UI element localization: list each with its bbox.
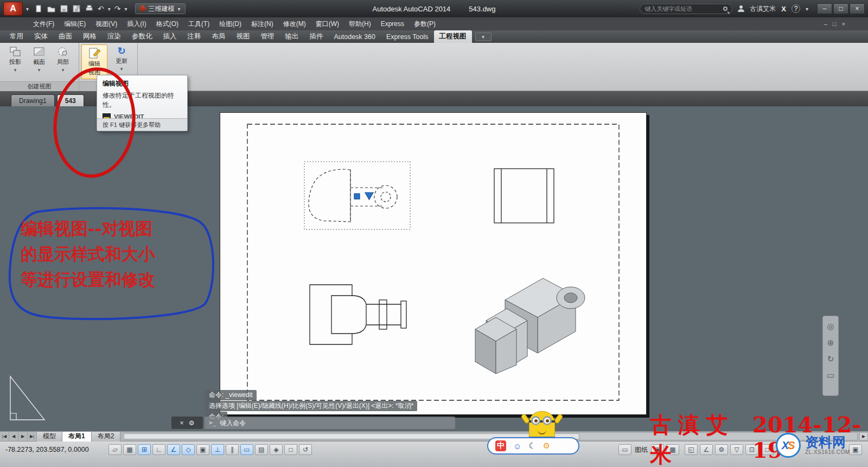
ribbon-tab-insert[interactable]: 插入 — [158, 30, 182, 43]
ribbon-tab-mesh[interactable]: 网格 — [78, 30, 102, 43]
maximize-button[interactable]: □ — [833, 3, 848, 14]
lineweight-toggle[interactable]: ▤ — [255, 444, 268, 455]
zoom-extents-icon[interactable]: ▭ — [827, 370, 834, 380]
signin-username[interactable]: 古滇艾米 — [750, 4, 776, 14]
ribbon-tab-plugins[interactable]: 插件 — [304, 30, 329, 43]
exchange-apps-icon[interactable]: X — [781, 5, 786, 13]
doc-minimize-button[interactable]: – — [824, 21, 827, 27]
ribbon-tab-solid[interactable]: 实体 — [29, 30, 53, 43]
selection-cycling-toggle[interactable]: ↺ — [299, 444, 312, 455]
menu-item-draw[interactable]: 绘图(D) — [214, 17, 246, 30]
ribbon-tab-autodesk360[interactable]: Autodesk 360 — [329, 30, 381, 43]
ribbon-tab-render[interactable]: 渲染 — [102, 30, 126, 43]
doc-tab-drawing1[interactable]: Drawing1 — [11, 94, 55, 106]
tab-layout1[interactable]: 布局1 — [62, 432, 92, 442]
snap-tracking-toggle[interactable]: ⊥ — [211, 444, 224, 455]
undo-dropdown-icon[interactable]: ▾ — [108, 6, 111, 12]
tab-next-arrow[interactable]: ▶ — [18, 432, 28, 442]
pan-icon[interactable]: ⊕ — [827, 338, 834, 348]
ribbon-tab-parametric[interactable]: 参数化 — [126, 30, 158, 43]
command-customize-icon[interactable]: ⚙ — [189, 419, 195, 427]
search-input[interactable] — [644, 5, 720, 12]
redo-dropdown-icon[interactable]: ▾ — [125, 6, 127, 12]
paper-space-label[interactable]: 图纸 — [634, 445, 649, 455]
ribbon-tab-home[interactable]: 常用 — [4, 30, 29, 43]
close-button[interactable]: × — [850, 3, 865, 14]
menu-item-format[interactable]: 格式(O) — [151, 17, 183, 30]
layout-paper[interactable] — [220, 112, 647, 415]
ime-chinese-mode-icon[interactable]: 中 — [495, 440, 506, 451]
orbit-icon[interactable]: ↻ — [827, 354, 834, 364]
ribbon-tab-surface[interactable]: 曲面 — [53, 30, 78, 43]
menu-item-edit[interactable]: 编辑(E) — [59, 17, 91, 30]
menu-item-window[interactable]: 窗口(W) — [311, 17, 344, 30]
ribbon-tab-output[interactable]: 输出 — [280, 30, 304, 43]
paper-space-icon[interactable]: ▭ — [618, 444, 631, 455]
ribbon-minimize-button[interactable]: ▾ — [475, 33, 492, 41]
doc-close-button[interactable]: × — [842, 21, 845, 27]
menu-item-tools[interactable]: 工具(T) — [183, 17, 214, 30]
tab-model[interactable]: 模型 — [37, 432, 62, 442]
search-box[interactable] — [640, 4, 732, 14]
help-icon[interactable]: ? — [792, 4, 800, 13]
polar-tracking-toggle[interactable]: ∠ — [167, 444, 180, 455]
front-view[interactable] — [310, 285, 406, 344]
save-icon[interactable] — [60, 4, 68, 13]
quick-properties-toggle[interactable]: □ — [284, 444, 297, 455]
3d-object-snap-toggle[interactable]: ▣ — [196, 444, 209, 455]
new-file-icon[interactable] — [34, 4, 43, 13]
open-folder-icon[interactable] — [47, 4, 56, 13]
plot-icon[interactable] — [85, 4, 94, 13]
transparency-toggle[interactable]: ◈ — [270, 444, 283, 455]
save-as-icon[interactable] — [72, 4, 81, 13]
command-input[interactable] — [220, 419, 451, 427]
steering-wheel-icon[interactable]: ◎ — [827, 322, 834, 331]
tab-first-arrow[interactable]: |◀ — [0, 432, 9, 442]
doc-tab-543[interactable]: 543 — [57, 94, 84, 106]
snap-toggle[interactable]: ▦ — [123, 444, 136, 455]
dynamic-input-toggle[interactable]: ▭ — [240, 444, 253, 455]
projection-button[interactable]: 投影 ▾ — [3, 44, 27, 73]
ime-account-icon[interactable]: ☺ — [513, 442, 521, 451]
command-input-field[interactable]: >_ — [205, 417, 455, 429]
dynamic-ucs-toggle[interactable]: ∥ — [226, 444, 239, 455]
menu-item-modify[interactable]: 修改(M) — [278, 17, 311, 30]
ortho-toggle[interactable]: ∟ — [152, 444, 165, 455]
grip-triangle[interactable] — [365, 193, 373, 200]
menu-item-help[interactable]: 帮助(H) — [344, 17, 376, 30]
ribbon-tab-engineering-views[interactable]: 工程视图 — [434, 30, 472, 43]
undo-icon[interactable]: ↶ — [98, 5, 104, 12]
menu-item-express[interactable]: Express — [376, 17, 409, 30]
detail-button[interactable]: 局部 ▾ — [51, 44, 75, 73]
tab-layout2[interactable]: 布局2 — [92, 432, 121, 442]
menu-item-insert[interactable]: 插入(I) — [122, 17, 151, 30]
menu-item-dimension[interactable]: 标注(N) — [246, 17, 278, 30]
ribbon-tab-layout[interactable]: 布局 — [207, 30, 231, 43]
menu-item-view[interactable]: 视图(V) — [91, 17, 122, 30]
menu-item-parameters[interactable]: 参数(P) — [409, 17, 441, 30]
doc-restore-button[interactable]: □ — [833, 21, 837, 27]
update-view-button[interactable]: ↻ 更新 ▾ — [110, 44, 133, 72]
top-view-selected[interactable] — [304, 162, 410, 229]
menu-item-file[interactable]: 文件(F) — [28, 17, 59, 30]
help-dropdown-icon[interactable]: ▾ — [806, 6, 808, 12]
ribbon-tab-manage[interactable]: 管理 — [256, 30, 280, 43]
infer-constraints-toggle[interactable]: ▱ — [108, 444, 122, 455]
ribbon-tab-view[interactable]: 视图 — [231, 30, 256, 43]
ime-night-mode-icon[interactable]: ☾ — [528, 441, 535, 451]
side-view[interactable] — [494, 169, 554, 223]
search-icon[interactable] — [723, 7, 727, 11]
redo-icon[interactable]: ↷ — [114, 5, 121, 12]
tab-prev-arrow[interactable]: ◀ — [9, 432, 18, 442]
grid-toggle[interactable]: ⊞ — [138, 444, 151, 455]
viewport-border[interactable] — [247, 124, 619, 400]
panel-label-create-views[interactable]: 创建视图 — [0, 81, 79, 91]
workspace-switcher[interactable]: 三维建模 ▾ — [135, 3, 186, 14]
section-button[interactable]: 截面 ▾ — [27, 44, 51, 73]
ribbon-tab-express[interactable]: Express Tools — [381, 30, 434, 43]
ime-toolbar[interactable]: 中 ☺ ☾ ⚙ — [487, 437, 579, 455]
tab-last-arrow[interactable]: ▶| — [28, 432, 37, 442]
navigation-bar[interactable]: ◎ ⊕ ↻ ▭ — [822, 316, 839, 396]
object-snap-toggle[interactable]: ◇ — [182, 444, 195, 455]
ime-settings-icon[interactable]: ⚙ — [543, 441, 550, 451]
